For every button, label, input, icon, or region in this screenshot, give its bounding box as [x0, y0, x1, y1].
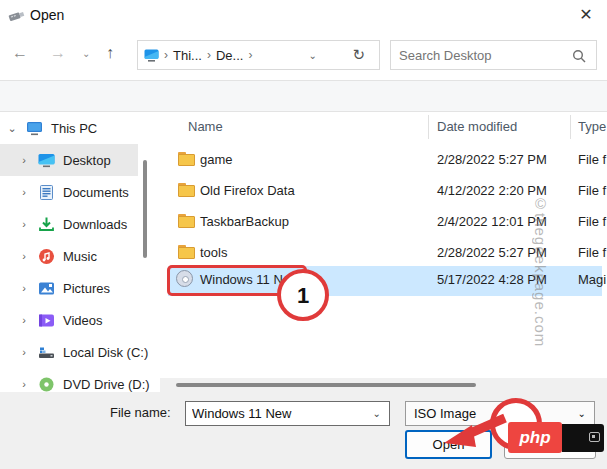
open-dialog: Open ✕ ← → ⌄ ↑ › Thi... › De... › ⌄ ↻ Or… — [0, 0, 607, 469]
file-list: Name ˆ Date modified Type game 2/28/2022… — [160, 112, 607, 392]
back-icon[interactable]: ← — [12, 44, 28, 62]
file-date: 5/17/2022 4:28 PM — [437, 272, 547, 287]
downloads-icon — [38, 216, 55, 233]
sort-ascending-icon: ˆ — [288, 112, 291, 121]
file-type: File f — [578, 214, 606, 229]
recent-locations-icon[interactable]: ⌄ — [82, 48, 90, 59]
chevron-collapsed-icon[interactable]: › — [18, 250, 30, 262]
dvd-drive-icon — [38, 376, 55, 393]
chevron-collapsed-icon[interactable]: › — [18, 154, 30, 166]
sidebar-item-local-disk[interactable]: › Local Disk (C:) — [0, 336, 160, 368]
breadcrumb-desktop[interactable]: De... — [216, 48, 243, 63]
site-logo-dark — [562, 424, 604, 452]
file-name-label: File name: — [110, 405, 182, 420]
file-name: tools — [200, 245, 227, 260]
file-name-input[interactable] — [192, 406, 372, 421]
videos-icon — [38, 312, 55, 329]
chevron-collapsed-icon[interactable]: › — [18, 346, 30, 358]
chevron-collapsed-icon[interactable]: › — [18, 282, 30, 294]
sidebar-label: Videos — [63, 313, 103, 328]
file-row-game[interactable]: game 2/28/2022 5:27 PM File f — [160, 145, 607, 176]
sidebar-label: Documents — [63, 185, 129, 200]
search-icon[interactable] — [572, 49, 586, 63]
php-logo: php — [508, 422, 562, 453]
sidebar-label: Local Disk (C:) — [63, 345, 148, 360]
sidebar-label: Desktop — [63, 153, 111, 168]
sidebar-label: DVD Drive (D:) — [63, 377, 150, 392]
chevron-collapsed-icon[interactable]: › — [18, 186, 30, 198]
sidebar-scrollbar[interactable] — [143, 160, 147, 258]
music-icon — [38, 248, 55, 265]
column-header-name[interactable]: Name — [188, 119, 223, 134]
sidebar-label: Downloads — [63, 217, 127, 232]
sidebar-item-dvd-drive[interactable]: › DVD Drive (D:) — [0, 368, 160, 392]
breadcrumb-separator: › — [243, 48, 257, 62]
file-type: Magi — [578, 272, 606, 287]
chevron-expanded-icon[interactable]: ⌄ — [6, 122, 18, 135]
address-bar[interactable]: › Thi... › De... › ⌄ ↻ — [137, 40, 380, 70]
chevron-collapsed-icon[interactable]: › — [18, 314, 30, 326]
folder-icon — [178, 245, 195, 259]
file-date: 2/28/2022 5:27 PM — [437, 245, 547, 260]
sidebar-label: Music — [63, 249, 97, 264]
forward-icon[interactable]: → — [50, 44, 66, 62]
local-disk-icon — [38, 344, 55, 361]
main-area: ⌄ This PC › Desktop › — [0, 112, 607, 392]
pictures-icon — [38, 280, 55, 297]
folder-icon — [178, 152, 195, 166]
folder-icon — [178, 214, 195, 228]
watermark-text: ©thegeekpage.com — [532, 195, 549, 347]
file-date: 2/4/2022 12:01 PM — [437, 214, 547, 229]
file-type: File f — [578, 152, 606, 167]
chevron-collapsed-icon[interactable]: › — [18, 218, 30, 230]
breadcrumb-separator: › — [159, 48, 173, 62]
address-dropdown-icon[interactable]: ⌄ — [309, 50, 317, 61]
sidebar-item-videos[interactable]: › Videos — [0, 304, 160, 336]
breadcrumb-separator: › — [202, 48, 216, 62]
sidebar-item-downloads[interactable]: › Downloads — [0, 208, 160, 240]
column-divider[interactable] — [570, 115, 571, 139]
column-header-date[interactable]: Date modified — [437, 119, 517, 134]
file-name: Old Firefox Data — [200, 183, 295, 198]
sidebar-item-music[interactable]: › Music — [0, 240, 160, 272]
logo-mark-icon — [589, 432, 600, 442]
desktop-icon — [38, 152, 55, 169]
sidebar-item-desktop[interactable]: › Desktop — [0, 144, 160, 176]
column-divider[interactable] — [428, 115, 429, 139]
up-icon[interactable]: ↑ — [106, 44, 114, 62]
sidebar-item-this-pc[interactable]: ⌄ This PC — [0, 112, 160, 144]
chevron-down-icon[interactable]: ⌄ — [373, 408, 381, 419]
sidebar-item-documents[interactable]: › Documents — [0, 176, 160, 208]
navigation-pane: ⌄ This PC › Desktop › — [0, 112, 160, 392]
horizontal-scrollbar-thumb[interactable] — [176, 383, 476, 387]
annotation-arrow — [430, 405, 520, 455]
file-type: File f — [578, 245, 606, 260]
file-name: TaskbarBackup — [200, 214, 289, 229]
file-type: File f — [578, 183, 606, 198]
search-input[interactable] — [399, 42, 559, 68]
file-date: 2/28/2022 5:27 PM — [437, 152, 547, 167]
refresh-icon[interactable]: ↻ — [352, 46, 365, 64]
column-header-type[interactable]: Type — [578, 119, 606, 134]
this-pc-icon — [26, 120, 43, 137]
sidebar-label: This PC — [51, 121, 97, 136]
window-title: Open — [30, 7, 64, 23]
close-icon[interactable]: ✕ — [572, 5, 600, 25]
usb-drive-icon — [8, 8, 26, 23]
chevron-down-icon[interactable]: ⌄ — [578, 408, 586, 419]
search-box[interactable] — [390, 40, 597, 70]
file-name: game — [200, 152, 233, 167]
title-bar: Open ✕ — [0, 0, 607, 30]
this-pc-icon — [144, 49, 159, 62]
horizontal-scrollbar-track[interactable] — [160, 378, 607, 392]
breadcrumb-this-pc[interactable]: Thi... — [173, 48, 202, 63]
file-date: 4/12/2022 2:20 PM — [437, 183, 547, 198]
documents-icon — [38, 184, 55, 201]
chevron-collapsed-icon[interactable]: › — [18, 378, 30, 390]
annotation-step-1-badge: 1 — [277, 269, 329, 321]
file-name-combobox[interactable]: ⌄ — [185, 401, 390, 426]
folder-icon — [178, 183, 195, 197]
sidebar-label: Pictures — [63, 281, 110, 296]
sidebar-item-pictures[interactable]: › Pictures — [0, 272, 160, 304]
command-bar: Organize ▼ New folder ▼ ? — [0, 80, 607, 112]
